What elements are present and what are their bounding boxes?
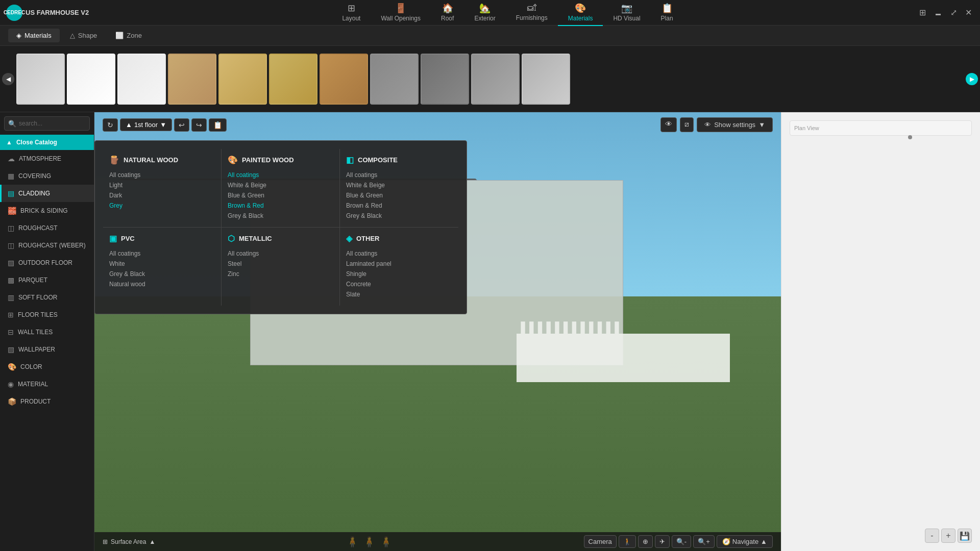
sidebar-item-brick---siding[interactable]: 🧱 BRICK & SIDING (0, 202, 94, 219)
sidebar-item-covering[interactable]: ▦ COVERING (0, 167, 94, 185)
dropdown-item-natural_wood-1[interactable]: Light (109, 180, 215, 190)
dropdown-item-painted_wood-0[interactable]: All coatings (228, 170, 333, 180)
sidebar-item-soft-floor[interactable]: ▥ SOFT FLOOR (0, 289, 94, 306)
sidebar-item-roughcast--weber-[interactable]: ◫ ROUGHCAST (WEBER) (0, 237, 94, 254)
sidebar-item-roughcast[interactable]: ◫ ROUGHCAST (0, 219, 94, 237)
sidebar-item-wallpaper[interactable]: ▧ WALLPAPER (0, 341, 94, 358)
close-catalog-btn[interactable]: ▲ Close Catalog (0, 135, 94, 150)
show-settings-btn[interactable]: 👁 Show settings ▼ (697, 117, 773, 132)
sidebar-icon-6: ▨ (8, 259, 14, 267)
dropdown-item-natural_wood-0[interactable]: All coatings (109, 170, 215, 180)
dropdown-icon-other: ◈ (346, 234, 352, 243)
strip-item-9[interactable] (471, 54, 520, 105)
dropdown-item-metallic-0[interactable]: All coatings (228, 248, 333, 259)
dropdown-item-painted_wood-4[interactable]: Grey & Black (228, 211, 333, 221)
rp-zoom-out-btn[interactable]: - (925, 529, 939, 543)
dropdown-item-other-1[interactable]: Laminated panel (346, 259, 452, 269)
zoom-out-btn[interactable]: 🔍- (672, 535, 691, 548)
top-nav-item-plan[interactable]: 📋 Plan (651, 0, 683, 26)
sidebar-item-atmosphere[interactable]: ☁ ATMOSPHERE (0, 150, 94, 167)
strip-item-0[interactable] (16, 54, 65, 105)
redo-btn[interactable]: ↪ (191, 118, 207, 132)
strip-item-6[interactable] (320, 54, 368, 105)
dropdown-item-pvc-2[interactable]: Grey & Black (109, 269, 215, 279)
person-view-btn[interactable]: 🚶 (619, 535, 636, 548)
sidebar-item-floor-tiles[interactable]: ⊞ FLOOR TILES (0, 306, 94, 323)
search-input[interactable] (4, 116, 90, 131)
dropdown-item-painted_wood-3[interactable]: Brown & Red (228, 201, 333, 211)
strip-item-8[interactable] (421, 54, 469, 105)
top-nav-item-materials[interactable]: 🎨 Materials (558, 0, 603, 26)
zoom-controls: 🔍- 🔍+ (672, 535, 715, 548)
rp-zoom-in-btn[interactable]: + (941, 529, 955, 543)
dropdown-item-pvc-1[interactable]: White (109, 259, 215, 269)
sec-tab-materials[interactable]: ◈ Materials (8, 29, 60, 42)
top-nav-item-roof[interactable]: 🏠 Roof (431, 0, 464, 26)
sidebar-item-cladding[interactable]: ▤ CLADDING (0, 185, 94, 202)
sidebar-item-product[interactable]: 📦 PRODUCT (0, 393, 94, 410)
dropdown-item-composite-4[interactable]: Grey & Black (346, 211, 452, 221)
surface-area-btn[interactable]: ⊞ Surface Area ▲ (103, 538, 155, 545)
strip-item-1[interactable] (67, 54, 115, 105)
dropdown-item-composite-3[interactable]: Brown & Red (346, 201, 452, 211)
view-btn-1[interactable]: 👁 (660, 117, 677, 132)
dropdown-item-composite-2[interactable]: Blue & Green (346, 190, 452, 201)
top-nav-label-3: Exterior (474, 15, 495, 22)
strip-item-3[interactable] (168, 54, 216, 105)
sidebar-item-parquet[interactable]: ▩ PARQUET (0, 271, 94, 289)
dropdown-item-other-3[interactable]: Concrete (346, 279, 452, 289)
dropdown-item-natural_wood-3[interactable]: Grey (109, 201, 215, 211)
window-tile-btn[interactable]: ⊞ (917, 6, 928, 19)
orbit-btn[interactable]: ⊕ (638, 535, 653, 548)
undo-btn[interactable]: ↩ (174, 118, 189, 132)
dropdown-section-composite: ◧ COMPOSITE All coatings White & Beige B… (340, 149, 458, 227)
logo-area: CEDREC US FARMHOUSE V2 (6, 5, 98, 21)
rp-save-btn[interactable]: 💾 (958, 529, 972, 543)
strip-item-5[interactable] (269, 54, 317, 105)
sidebar-item-color[interactable]: 🎨 COLOR (0, 358, 94, 375)
fly-btn[interactable]: ✈ (655, 535, 670, 548)
logo: CEDREC (6, 5, 22, 21)
strip-next-btn[interactable]: ▶ (966, 73, 978, 85)
strip-item-4[interactable] (218, 54, 267, 105)
strip-prev-btn[interactable]: ◀ (2, 73, 14, 85)
dropdown-item-metallic-1[interactable]: Steel (228, 259, 333, 269)
dropdown-title-other: OTHER (356, 235, 380, 242)
top-nav-item-furnishings[interactable]: 🛋 Furnishings (506, 0, 558, 26)
strip-item-2[interactable] (117, 54, 166, 105)
dropdown-item-pvc-0[interactable]: All coatings (109, 248, 215, 259)
dropdown-item-metallic-2[interactable]: Zinc (228, 269, 333, 279)
sidebar-item-material[interactable]: ◉ MATERIAL (0, 375, 94, 393)
top-nav-item-wall-openings[interactable]: 🚪 Wall Openings (371, 0, 431, 26)
paste-btn[interactable]: 📋 (209, 118, 227, 132)
refresh-btn[interactable]: ↻ (103, 118, 118, 132)
navigate-icon: 🧭 (722, 538, 730, 545)
top-nav-item-hd-visual[interactable]: 📷 HD Visual (603, 0, 650, 26)
strip-item-7[interactable] (370, 54, 419, 105)
window-minimize-btn[interactable]: 🗕 (932, 6, 944, 19)
dropdown-item-composite-1[interactable]: White & Beige (346, 180, 452, 190)
dropdown-item-pvc-3[interactable]: Natural wood (109, 279, 215, 289)
sidebar-item-outdoor-floor[interactable]: ▨ OUTDOOR FLOOR (0, 254, 94, 271)
floor-selector[interactable]: ▲ 1st floor ▼ (120, 118, 172, 131)
window-close-btn[interactable]: ✕ (963, 6, 974, 19)
sidebar-item-wall-tiles[interactable]: ⊟ WALL TILES (0, 323, 94, 341)
dropdown-item-other-0[interactable]: All coatings (346, 248, 452, 259)
dropdown-item-other-2[interactable]: Shingle (346, 269, 452, 279)
camera-btn[interactable]: Camera (584, 535, 617, 548)
zoom-in-btn[interactable]: 🔍+ (693, 535, 715, 548)
navigate-btn[interactable]: 🧭 Navigate ▲ (717, 535, 773, 548)
dropdown-item-composite-0[interactable]: All coatings (346, 170, 452, 180)
sec-tab-zone[interactable]: ⬜ Zone (107, 29, 150, 42)
window-maximize-btn[interactable]: ⤢ (948, 6, 959, 19)
dropdown-item-painted_wood-2[interactable]: Blue & Green (228, 190, 333, 201)
top-nav-item-layout[interactable]: ⊞ Layout (332, 0, 371, 26)
dropdown-item-natural_wood-2[interactable]: Dark (109, 190, 215, 201)
view-btn-2[interactable]: ⧄ (680, 117, 694, 132)
top-nav-icon-2: 🏠 (442, 3, 453, 14)
top-nav-item-exterior[interactable]: 🏡 Exterior (464, 0, 505, 26)
dropdown-item-other-4[interactable]: Slate (346, 289, 452, 299)
sec-tab-shape[interactable]: △ Shape (62, 29, 106, 42)
dropdown-item-painted_wood-1[interactable]: White & Beige (228, 180, 333, 190)
strip-item-10[interactable] (522, 54, 570, 105)
